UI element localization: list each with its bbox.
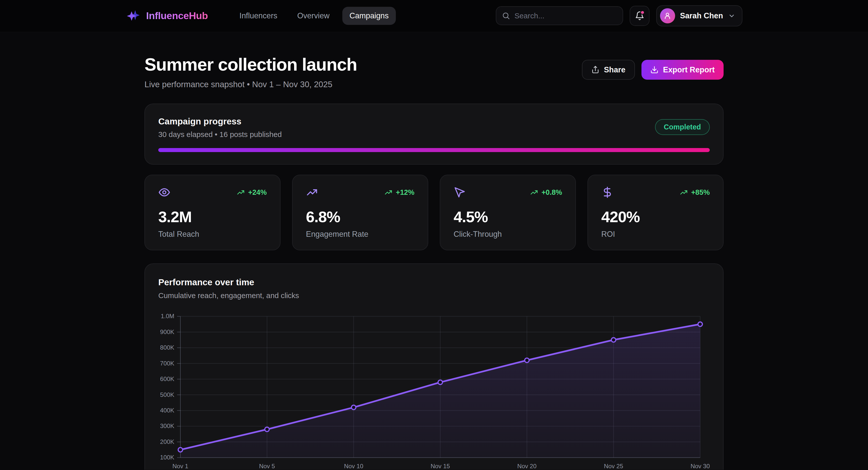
stat-card-roi: +85% 420% ROI xyxy=(587,175,723,250)
chevron-down-icon xyxy=(728,12,735,20)
trending-up-icon xyxy=(306,186,318,198)
stat-change: +24% xyxy=(237,188,267,197)
stat-change: +85% xyxy=(680,188,710,197)
user-name: Sarah Chen xyxy=(680,11,723,20)
page-title: Summer collection launch xyxy=(145,54,357,75)
download-icon xyxy=(650,66,658,74)
y-tick-label: 900K xyxy=(160,328,174,335)
y-tick-label: 600K xyxy=(160,376,174,382)
mouse-pointer-icon xyxy=(454,186,466,198)
stat-change-value: +12% xyxy=(396,188,414,197)
share-button-label: Share xyxy=(604,65,626,75)
notifications-button[interactable] xyxy=(630,6,650,26)
progress-subtitle: 30 days elapsed • 16 posts published xyxy=(158,130,710,139)
page-subtitle: Live performance snapshot • Nov 1 – Nov … xyxy=(145,80,357,89)
sparkles-logo-icon xyxy=(126,8,141,23)
campaign-progress-card: Campaign progress 30 days elapsed • 16 p… xyxy=(145,104,723,165)
stat-value: 420% xyxy=(601,208,710,226)
top-nav: InfluenceHub Influencers Overview Campai… xyxy=(0,0,868,32)
chart-subtitle: Cumulative reach, engagement, and clicks xyxy=(158,291,710,300)
x-tick-label: Nov 15 xyxy=(431,463,450,470)
stat-change-value: +0.8% xyxy=(541,188,562,197)
trend-up-icon xyxy=(530,188,538,197)
share-icon xyxy=(591,66,599,74)
stat-label: Click-Through xyxy=(454,230,562,239)
stat-label: Engagement Rate xyxy=(306,230,414,239)
search-input[interactable] xyxy=(515,11,617,20)
progress-bar xyxy=(158,148,710,152)
primary-nav: Influencers Overview Campaigns xyxy=(232,7,396,25)
nav-item-campaigns[interactable]: Campaigns xyxy=(342,7,396,25)
data-point[interactable] xyxy=(438,380,442,385)
x-tick-label: Nov 5 xyxy=(259,463,275,470)
trend-up-icon xyxy=(384,188,393,197)
y-tick-label: 400K xyxy=(160,407,174,414)
data-point[interactable] xyxy=(351,405,356,410)
stat-change-value: +24% xyxy=(248,188,267,197)
dollar-icon xyxy=(601,186,613,198)
kpi-row: +24% 3.2M Total Reach +12% 6.8% Engageme… xyxy=(145,175,723,250)
notification-dot xyxy=(640,10,645,15)
stat-change: +12% xyxy=(384,188,414,197)
data-point[interactable] xyxy=(698,322,703,326)
data-point[interactable] xyxy=(525,358,529,363)
share-button[interactable]: Share xyxy=(582,60,635,80)
trend-up-icon xyxy=(237,188,245,197)
search-icon xyxy=(502,11,510,20)
x-tick-label: Nov 30 xyxy=(691,463,710,470)
data-point[interactable] xyxy=(265,427,269,432)
stat-label: Total Reach xyxy=(158,230,267,239)
nav-item-overview[interactable]: Overview xyxy=(290,7,337,25)
data-point[interactable] xyxy=(611,338,616,342)
y-tick-label: 500K xyxy=(160,391,174,398)
export-report-button[interactable]: Export Report xyxy=(642,60,723,80)
stat-change-value: +85% xyxy=(691,188,710,197)
y-tick-label: 200K xyxy=(160,438,174,445)
y-tick-label: 800K xyxy=(160,344,174,351)
data-point[interactable] xyxy=(178,448,183,452)
avatar xyxy=(660,8,675,23)
stat-value: 3.2M xyxy=(158,208,267,226)
y-tick-label: 1.0M xyxy=(161,313,174,320)
nav-item-influencers[interactable]: Influencers xyxy=(232,7,285,25)
performance-chart-svg: 100K200K300K400K500K600K700K800K900K1.0M… xyxy=(158,312,711,470)
x-tick-label: Nov 10 xyxy=(344,463,364,470)
status-badge: Completed xyxy=(655,119,710,135)
performance-line-chart[interactable]: 100K200K300K400K500K600K700K800K900K1.0M… xyxy=(158,312,710,470)
eye-icon xyxy=(158,186,170,198)
stat-card-engagement-rate: +12% 6.8% Engagement Rate xyxy=(292,175,428,250)
progress-title: Campaign progress xyxy=(158,116,710,126)
export-button-label: Export Report xyxy=(663,65,715,75)
brand-name: InfluenceHub xyxy=(146,10,208,21)
y-tick-label: 700K xyxy=(160,360,174,367)
x-tick-label: Nov 20 xyxy=(517,463,537,470)
x-tick-label: Nov 25 xyxy=(604,463,623,470)
y-tick-label: 100K xyxy=(160,454,174,461)
user-menu[interactable]: Sarah Chen xyxy=(656,5,742,26)
stat-value: 6.8% xyxy=(306,208,414,226)
y-tick-label: 300K xyxy=(160,423,174,430)
x-tick-label: Nov 1 xyxy=(173,463,188,470)
performance-chart-card: Performance over time Cumulative reach, … xyxy=(145,263,723,470)
chart-title: Performance over time xyxy=(158,277,710,287)
stat-change: +0.8% xyxy=(530,188,562,197)
progress-fill xyxy=(158,148,710,152)
stat-label: ROI xyxy=(601,230,710,239)
stat-value: 4.5% xyxy=(454,208,562,226)
search-box[interactable] xyxy=(496,6,623,25)
stat-card-click-through: +0.8% 4.5% Click-Through xyxy=(440,175,576,250)
brand[interactable]: InfluenceHub xyxy=(126,8,208,23)
stat-card-total-reach: +24% 3.2M Total Reach xyxy=(145,175,281,250)
trend-up-icon xyxy=(680,188,688,197)
